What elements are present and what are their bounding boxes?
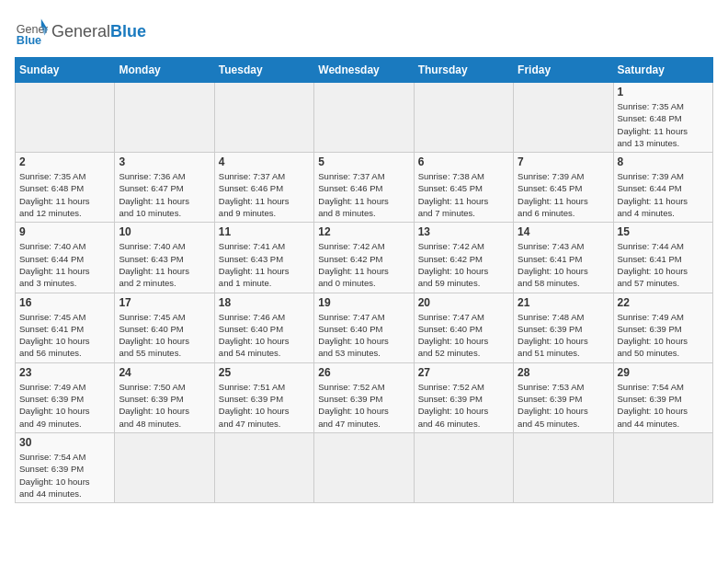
day-number: 23 bbox=[19, 366, 110, 379]
calendar-cell: 29Sunrise: 7:54 AM Sunset: 6:39 PM Dayli… bbox=[613, 362, 712, 432]
day-number: 27 bbox=[418, 366, 509, 379]
day-info: Sunrise: 7:49 AM Sunset: 6:39 PM Dayligh… bbox=[618, 311, 709, 360]
calendar-cell bbox=[314, 83, 414, 153]
day-info: Sunrise: 7:41 AM Sunset: 6:43 PM Dayligh… bbox=[219, 240, 310, 289]
day-info: Sunrise: 7:39 AM Sunset: 6:44 PM Dayligh… bbox=[618, 170, 709, 219]
day-number: 7 bbox=[518, 155, 609, 168]
day-number: 28 bbox=[518, 366, 609, 379]
logo-icon: General Blue bbox=[15, 15, 48, 48]
day-info: Sunrise: 7:37 AM Sunset: 6:46 PM Dayligh… bbox=[318, 170, 409, 219]
day-info: Sunrise: 7:50 AM Sunset: 6:39 PM Dayligh… bbox=[119, 381, 210, 430]
calendar-cell bbox=[115, 83, 214, 153]
logo-blue: Blue bbox=[110, 22, 146, 41]
day-info: Sunrise: 7:42 AM Sunset: 6:42 PM Dayligh… bbox=[318, 240, 409, 289]
calendar-cell: 24Sunrise: 7:50 AM Sunset: 6:39 PM Dayli… bbox=[115, 362, 214, 432]
day-number: 1 bbox=[618, 86, 709, 98]
day-number: 12 bbox=[318, 225, 409, 238]
weekday-header-sunday: Sunday bbox=[16, 58, 115, 83]
calendar-cell: 3Sunrise: 7:36 AM Sunset: 6:47 PM Daylig… bbox=[115, 153, 214, 223]
day-number: 15 bbox=[618, 225, 709, 238]
calendar-cell: 6Sunrise: 7:38 AM Sunset: 6:45 PM Daylig… bbox=[414, 153, 513, 223]
day-info: Sunrise: 7:47 AM Sunset: 6:40 PM Dayligh… bbox=[318, 311, 409, 360]
calendar-cell: 18Sunrise: 7:46 AM Sunset: 6:40 PM Dayli… bbox=[214, 293, 313, 362]
day-info: Sunrise: 7:42 AM Sunset: 6:42 PM Dayligh… bbox=[418, 240, 509, 289]
calendar-cell bbox=[414, 83, 513, 153]
day-info: Sunrise: 7:35 AM Sunset: 6:48 PM Dayligh… bbox=[19, 170, 110, 219]
calendar-cell bbox=[214, 83, 313, 153]
day-info: Sunrise: 7:49 AM Sunset: 6:39 PM Dayligh… bbox=[19, 381, 110, 430]
day-number: 11 bbox=[219, 225, 310, 238]
day-number: 24 bbox=[119, 366, 210, 379]
day-number: 26 bbox=[318, 366, 409, 379]
day-number: 14 bbox=[518, 225, 609, 238]
calendar-cell: 9Sunrise: 7:40 AM Sunset: 6:44 PM Daylig… bbox=[16, 223, 115, 293]
calendar-cell: 23Sunrise: 7:49 AM Sunset: 6:39 PM Dayli… bbox=[16, 362, 115, 432]
day-info: Sunrise: 7:52 AM Sunset: 6:39 PM Dayligh… bbox=[318, 381, 409, 430]
calendar-cell: 8Sunrise: 7:39 AM Sunset: 6:44 PM Daylig… bbox=[613, 153, 712, 223]
weekday-header-saturday: Saturday bbox=[613, 58, 712, 83]
calendar-cell: 14Sunrise: 7:43 AM Sunset: 6:41 PM Dayli… bbox=[514, 223, 613, 293]
calendar-cell: 28Sunrise: 7:53 AM Sunset: 6:39 PM Dayli… bbox=[514, 362, 613, 432]
day-info: Sunrise: 7:39 AM Sunset: 6:45 PM Dayligh… bbox=[518, 170, 609, 219]
day-number: 17 bbox=[119, 296, 210, 309]
day-info: Sunrise: 7:46 AM Sunset: 6:40 PM Dayligh… bbox=[219, 311, 310, 360]
calendar-cell: 21Sunrise: 7:48 AM Sunset: 6:39 PM Dayli… bbox=[514, 293, 613, 362]
calendar-cell: 12Sunrise: 7:42 AM Sunset: 6:42 PM Dayli… bbox=[314, 223, 414, 293]
day-number: 21 bbox=[518, 296, 609, 309]
day-number: 5 bbox=[318, 155, 409, 168]
calendar-cell: 26Sunrise: 7:52 AM Sunset: 6:39 PM Dayli… bbox=[314, 362, 414, 432]
weekday-header-friday: Friday bbox=[514, 58, 613, 83]
day-info: Sunrise: 7:54 AM Sunset: 6:39 PM Dayligh… bbox=[618, 381, 709, 430]
day-info: Sunrise: 7:40 AM Sunset: 6:43 PM Dayligh… bbox=[119, 240, 210, 289]
day-info: Sunrise: 7:51 AM Sunset: 6:39 PM Dayligh… bbox=[219, 381, 310, 430]
weekday-header-thursday: Thursday bbox=[414, 58, 513, 83]
calendar-cell: 1Sunrise: 7:35 AM Sunset: 6:48 PM Daylig… bbox=[613, 83, 712, 153]
calendar-cell bbox=[16, 83, 115, 153]
day-info: Sunrise: 7:38 AM Sunset: 6:45 PM Dayligh… bbox=[418, 170, 509, 219]
day-number: 10 bbox=[119, 225, 210, 238]
calendar-cell: 20Sunrise: 7:47 AM Sunset: 6:40 PM Dayli… bbox=[414, 293, 513, 362]
day-info: Sunrise: 7:52 AM Sunset: 6:39 PM Dayligh… bbox=[418, 381, 509, 430]
day-info: Sunrise: 7:53 AM Sunset: 6:39 PM Dayligh… bbox=[518, 381, 609, 430]
calendar-cell: 5Sunrise: 7:37 AM Sunset: 6:46 PM Daylig… bbox=[314, 153, 414, 223]
day-number: 3 bbox=[119, 155, 210, 168]
day-info: Sunrise: 7:54 AM Sunset: 6:39 PM Dayligh… bbox=[19, 451, 110, 500]
calendar-cell: 10Sunrise: 7:40 AM Sunset: 6:43 PM Dayli… bbox=[115, 223, 214, 293]
day-number: 29 bbox=[618, 366, 709, 379]
calendar-cell: 15Sunrise: 7:44 AM Sunset: 6:41 PM Dayli… bbox=[613, 223, 712, 293]
calendar-cell bbox=[613, 432, 712, 502]
weekday-header-monday: Monday bbox=[115, 58, 214, 83]
calendar-cell: 30Sunrise: 7:54 AM Sunset: 6:39 PM Dayli… bbox=[16, 432, 115, 502]
day-info: Sunrise: 7:37 AM Sunset: 6:46 PM Dayligh… bbox=[219, 170, 310, 219]
day-number: 13 bbox=[418, 225, 509, 238]
day-info: Sunrise: 7:45 AM Sunset: 6:41 PM Dayligh… bbox=[19, 311, 110, 360]
day-info: Sunrise: 7:44 AM Sunset: 6:41 PM Dayligh… bbox=[618, 240, 709, 289]
day-info: Sunrise: 7:45 AM Sunset: 6:40 PM Dayligh… bbox=[119, 311, 210, 360]
day-number: 22 bbox=[618, 296, 709, 309]
day-number: 30 bbox=[19, 436, 110, 449]
calendar-cell bbox=[514, 83, 613, 153]
calendar-cell bbox=[115, 432, 214, 502]
day-number: 18 bbox=[219, 296, 310, 309]
day-number: 19 bbox=[318, 296, 409, 309]
day-number: 6 bbox=[418, 155, 509, 168]
day-number: 25 bbox=[219, 366, 310, 379]
page-header: General Blue General Blue bbox=[15, 15, 713, 48]
calendar-cell: 25Sunrise: 7:51 AM Sunset: 6:39 PM Dayli… bbox=[214, 362, 313, 432]
day-info: Sunrise: 7:43 AM Sunset: 6:41 PM Dayligh… bbox=[518, 240, 609, 289]
weekday-header-wednesday: Wednesday bbox=[314, 58, 414, 83]
day-info: Sunrise: 7:47 AM Sunset: 6:40 PM Dayligh… bbox=[418, 311, 509, 360]
calendar-cell: 7Sunrise: 7:39 AM Sunset: 6:45 PM Daylig… bbox=[514, 153, 613, 223]
day-number: 20 bbox=[418, 296, 509, 309]
calendar-cell bbox=[514, 432, 613, 502]
calendar-cell: 22Sunrise: 7:49 AM Sunset: 6:39 PM Dayli… bbox=[613, 293, 712, 362]
calendar-cell: 27Sunrise: 7:52 AM Sunset: 6:39 PM Dayli… bbox=[414, 362, 513, 432]
calendar-table: SundayMondayTuesdayWednesdayThursdayFrid… bbox=[15, 57, 713, 503]
calendar-cell bbox=[214, 432, 313, 502]
day-number: 2 bbox=[19, 155, 110, 168]
weekday-header-tuesday: Tuesday bbox=[214, 58, 313, 83]
calendar-cell: 13Sunrise: 7:42 AM Sunset: 6:42 PM Dayli… bbox=[414, 223, 513, 293]
day-number: 8 bbox=[618, 155, 709, 168]
calendar-cell: 19Sunrise: 7:47 AM Sunset: 6:40 PM Dayli… bbox=[314, 293, 414, 362]
logo-general: General bbox=[51, 22, 110, 41]
